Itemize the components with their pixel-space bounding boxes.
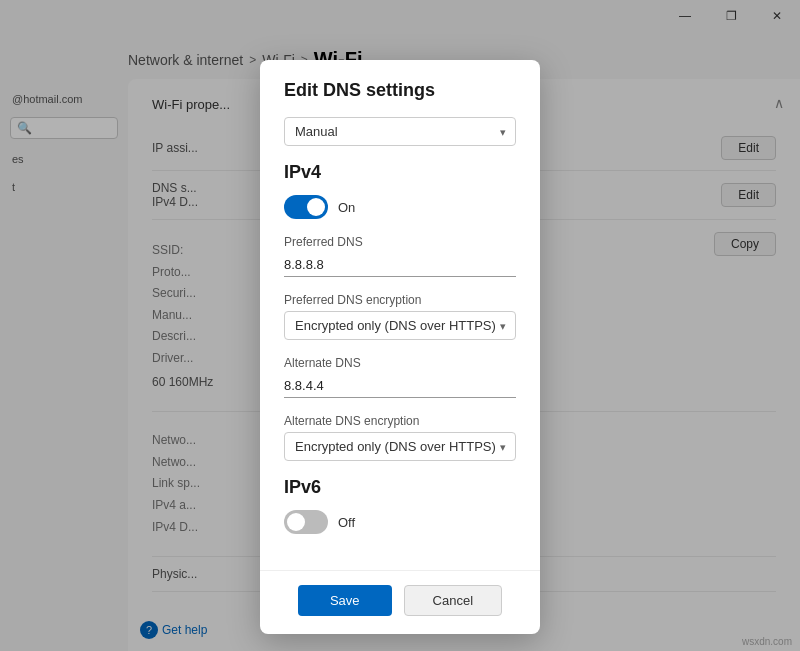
ipv4-section-title: IPv4 [284, 162, 516, 183]
ipv4-toggle-row[interactable]: On [284, 195, 516, 219]
preferred-encryption-label: Preferred DNS encryption [284, 293, 516, 307]
ipv4-toggle[interactable] [284, 195, 328, 219]
dialog-footer: Save Cancel [260, 570, 540, 634]
dns-mode-dropdown-wrapper[interactable]: Manual Automatic (DHCP) ▾ [284, 117, 516, 146]
alternate-dns-label: Alternate DNS [284, 356, 516, 370]
preferred-encryption-select[interactable]: Encrypted only (DNS over HTTPS) Plaintex… [284, 311, 516, 340]
preferred-encryption-dropdown-wrapper[interactable]: Encrypted only (DNS over HTTPS) Plaintex… [284, 311, 516, 340]
ipv4-toggle-label: On [338, 200, 355, 215]
ipv6-toggle-label: Off [338, 515, 355, 530]
dns-mode-select[interactable]: Manual Automatic (DHCP) [284, 117, 516, 146]
alternate-encryption-label: Alternate DNS encryption [284, 414, 516, 428]
preferred-dns-label: Preferred DNS [284, 235, 516, 249]
ipv6-toggle[interactable] [284, 510, 328, 534]
edit-dns-dialog: Edit DNS settings Manual Automatic (DHCP… [260, 60, 540, 634]
ipv6-toggle-knob [287, 513, 305, 531]
preferred-dns-input[interactable] [284, 253, 516, 277]
ipv6-section-title: IPv6 [284, 477, 516, 498]
dialog-title: Edit DNS settings [284, 80, 516, 101]
cancel-button[interactable]: Cancel [404, 585, 502, 616]
ipv6-toggle-row[interactable]: Off [284, 510, 516, 534]
toggle-knob [307, 198, 325, 216]
modal-overlay: Edit DNS settings Manual Automatic (DHCP… [0, 0, 800, 651]
alternate-encryption-dropdown-wrapper[interactable]: Encrypted only (DNS over HTTPS) Plaintex… [284, 432, 516, 461]
alternate-dns-input[interactable] [284, 374, 516, 398]
alternate-encryption-select[interactable]: Encrypted only (DNS over HTTPS) Plaintex… [284, 432, 516, 461]
dialog-body: Edit DNS settings Manual Automatic (DHCP… [260, 60, 540, 570]
save-button[interactable]: Save [298, 585, 392, 616]
